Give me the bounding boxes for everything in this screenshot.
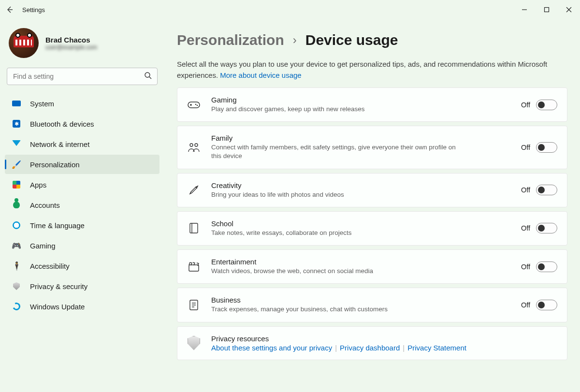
- maximize-icon: [544, 7, 550, 13]
- toggle-gaming[interactable]: [536, 100, 557, 110]
- search-input[interactable]: [7, 68, 158, 85]
- sidebar: Brad Chacos user@example.com System ✱Blu…: [0, 19, 164, 392]
- card-title: Gaming: [211, 96, 510, 104]
- card-title: School: [211, 219, 510, 228]
- card-title: Privacy resources: [211, 334, 557, 343]
- svg-rect-13: [190, 223, 198, 233]
- accessibility-icon: 🕴: [12, 261, 21, 271]
- arrow-left-icon: [6, 6, 14, 14]
- card-family: FamilyConnect with family members, edit …: [177, 126, 567, 169]
- gamepad-icon: [187, 98, 201, 112]
- chevron-right-icon: ›: [293, 33, 297, 47]
- separator: |: [335, 344, 337, 352]
- toggle-state-label: Off: [521, 301, 530, 309]
- svg-point-12: [195, 144, 198, 146]
- card-sub: Take notes, write essays, collaborate on…: [211, 229, 463, 237]
- display-icon: [12, 99, 21, 108]
- sidebar-item-label: Accounts: [30, 201, 60, 209]
- app-title: Settings: [19, 6, 45, 14]
- close-button[interactable]: [558, 0, 580, 19]
- more-about-link[interactable]: More about device usage: [220, 71, 301, 79]
- back-button[interactable]: [0, 0, 19, 19]
- toggle-school[interactable]: [536, 223, 557, 233]
- sidebar-item-privacy[interactable]: Privacy & security: [5, 276, 160, 296]
- sidebar-item-apps[interactable]: Apps: [5, 175, 160, 194]
- minimize-button[interactable]: [513, 0, 536, 19]
- card-business: BusinessTrack expenses, manage your busi…: [177, 288, 567, 322]
- toggle-state-label: Off: [521, 144, 530, 151]
- toggle-entertainment[interactable]: [536, 261, 557, 272]
- usage-cards: GamingPlay and discover games, keep up w…: [177, 87, 567, 360]
- toggle-creativity[interactable]: [536, 185, 557, 195]
- apps-icon: [12, 180, 21, 189]
- privacy-links: About these settings and your privacy|Pr…: [211, 344, 557, 352]
- breadcrumb-parent[interactable]: Personalization: [177, 32, 284, 48]
- main-content: Personalization › Device usage Select al…: [164, 19, 580, 392]
- clapperboard-icon: [187, 260, 201, 274]
- profile-email: user@example.com: [45, 44, 97, 51]
- notebook-icon: [187, 221, 201, 235]
- card-title: Family: [211, 134, 510, 142]
- svg-point-10: [197, 104, 198, 105]
- toggle-state-label: Off: [521, 101, 530, 109]
- sidebar-item-label: Bluetooth & devices: [30, 120, 94, 128]
- card-gaming: GamingPlay and discover games, keep up w…: [177, 87, 567, 122]
- separator: |: [403, 344, 405, 352]
- sidebar-item-windows-update[interactable]: Windows Update: [5, 297, 160, 316]
- clock-globe-icon: [12, 220, 21, 230]
- svg-point-11: [190, 144, 193, 146]
- sidebar-item-label: Personalization: [30, 160, 80, 169]
- card-sub: Watch videos, browse the web, connect on…: [211, 267, 463, 276]
- card-sub: Play and discover games, keep up with ne…: [211, 105, 463, 114]
- paintbrush-icon: 🖌️: [12, 160, 21, 169]
- sidebar-item-label: Gaming: [30, 242, 56, 250]
- gamepad-icon: 🎮: [12, 241, 21, 250]
- toggle-business[interactable]: [536, 300, 557, 310]
- update-icon: [12, 302, 21, 311]
- sidebar-item-bluetooth[interactable]: ✱Bluetooth & devices: [5, 114, 160, 133]
- card-title: Business: [211, 296, 510, 304]
- shield-icon: [187, 336, 201, 350]
- card-creativity: CreativityBring your ideas to life with …: [177, 173, 567, 207]
- sidebar-item-network[interactable]: Network & internet: [5, 134, 160, 154]
- card-entertainment: EntertainmentWatch videos, browse the we…: [177, 249, 567, 284]
- search-icon: [144, 72, 152, 81]
- profile-name: Brad Chacos: [45, 36, 97, 44]
- sidebar-item-label: Privacy & security: [30, 282, 87, 290]
- sidebar-item-accessibility[interactable]: 🕴Accessibility: [5, 256, 160, 276]
- card-sub: Track expenses, manage your business, ch…: [211, 305, 463, 314]
- privacy-link-statement[interactable]: Privacy Statement: [407, 344, 466, 352]
- svg-rect-6: [188, 102, 200, 108]
- avatar: [9, 28, 39, 58]
- sidebar-item-gaming[interactable]: 🎮Gaming: [5, 236, 160, 255]
- svg-point-9: [195, 103, 196, 104]
- shield-icon: [12, 281, 21, 291]
- breadcrumb-leaf: Device usage: [305, 32, 398, 48]
- sidebar-item-time-language[interactable]: Time & language: [5, 216, 160, 235]
- sidebar-item-label: Network & internet: [30, 140, 89, 148]
- svg-rect-1: [545, 8, 549, 12]
- toggle-family[interactable]: [536, 142, 557, 153]
- privacy-link-about[interactable]: About these settings and your privacy: [211, 344, 332, 352]
- maximize-button[interactable]: [536, 0, 558, 19]
- card-title: Entertainment: [211, 258, 510, 266]
- title-bar: Settings: [0, 0, 580, 19]
- toggle-state-label: Off: [521, 186, 530, 194]
- minimize-icon: [522, 7, 527, 13]
- bluetooth-icon: ✱: [12, 119, 21, 129]
- sidebar-item-label: Accessibility: [30, 262, 70, 270]
- sidebar-item-label: Time & language: [30, 221, 85, 230]
- sidebar-item-accounts[interactable]: Accounts: [5, 195, 160, 215]
- sidebar-item-label: System: [30, 100, 54, 108]
- card-title: Creativity: [211, 181, 510, 189]
- profile-block[interactable]: Brad Chacos user@example.com: [5, 25, 160, 68]
- sidebar-item-personalization[interactable]: 🖌️Personalization: [5, 155, 160, 174]
- close-icon: [566, 7, 572, 13]
- sidebar-item-system[interactable]: System: [5, 94, 160, 113]
- person-icon: [12, 200, 21, 210]
- toggle-state-label: Off: [521, 224, 530, 232]
- svg-rect-15: [189, 265, 199, 271]
- wifi-icon: [12, 139, 21, 149]
- page-description: Select all the ways you plan to use your…: [177, 59, 559, 81]
- privacy-link-dashboard[interactable]: Privacy dashboard: [340, 344, 400, 352]
